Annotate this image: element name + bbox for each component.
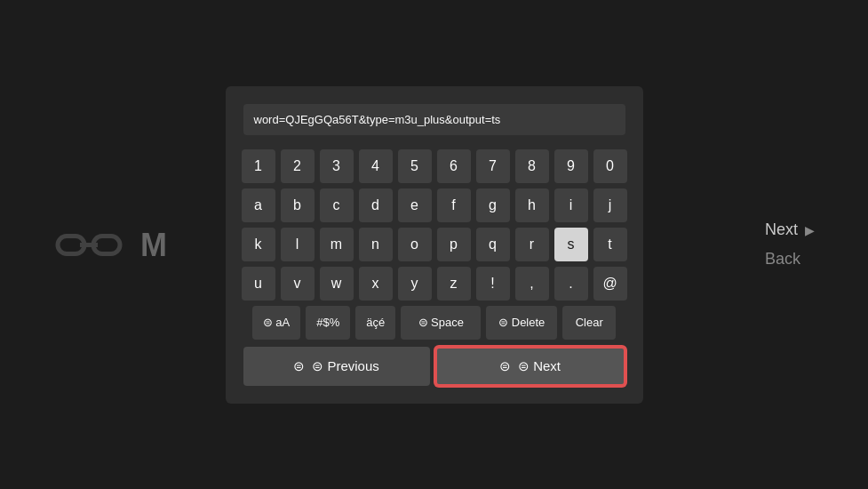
key-s[interactable]: s [554, 228, 588, 261]
key-w[interactable]: w [320, 267, 354, 301]
logo-icon [53, 220, 124, 269]
nav-back[interactable]: Back [765, 250, 800, 269]
key-accents[interactable]: äçé [355, 306, 395, 340]
key-m[interactable]: m [320, 228, 354, 261]
key-h[interactable]: h [515, 188, 549, 222]
key-p[interactable]: p [437, 228, 471, 261]
logo-text: M [140, 226, 169, 263]
logo-area: M [53, 220, 169, 269]
key-d[interactable]: d [359, 188, 393, 222]
keyboard-dialog: word=QJEgGQa56T&type=m3u_plus&output=ts … [226, 86, 643, 404]
alpha-row-3: u v w x y z ! , . @ [243, 267, 625, 301]
key-9[interactable]: 9 [554, 149, 588, 183]
prev-label: ⊜ Previous [312, 358, 379, 374]
key-2[interactable]: 2 [281, 149, 315, 183]
keyboard-grid: 1 2 3 4 5 6 7 8 9 0 a b c d e f g h i j … [243, 149, 625, 340]
prev-icon: ⊜ [293, 358, 305, 374]
alpha-row-2: k l m n o p q r s t [243, 228, 625, 261]
key-4[interactable]: 4 [359, 149, 393, 183]
key-comma[interactable]: , [515, 267, 549, 301]
key-7[interactable]: 7 [476, 149, 510, 183]
url-input[interactable]: word=QJEgGQa56T&type=m3u_plus&output=ts [243, 104, 625, 135]
key-t[interactable]: t [593, 228, 627, 261]
key-clear[interactable]: Clear [562, 306, 616, 340]
key-at[interactable]: @ [593, 267, 627, 301]
key-i[interactable]: i [554, 188, 588, 222]
key-o[interactable]: o [398, 228, 432, 261]
key-exclaim[interactable]: ! [476, 267, 510, 301]
key-j[interactable]: j [593, 188, 627, 222]
nav-next-arrow: ▶ [805, 223, 815, 237]
right-nav: Next ▶ Back [765, 220, 815, 269]
key-case-toggle[interactable]: ⊜ aA [252, 306, 301, 340]
key-space[interactable]: ⊜ Space [401, 306, 481, 340]
key-n[interactable]: n [359, 228, 393, 261]
next-button[interactable]: ⊜ ⊜ Next [435, 347, 625, 386]
alpha-row-1: a b c d e f g h i j [243, 188, 625, 222]
key-y[interactable]: y [398, 267, 432, 301]
key-symbols[interactable]: #$% [306, 306, 350, 340]
nav-back-label: Back [765, 250, 800, 269]
key-k[interactable]: k [242, 228, 275, 261]
key-a[interactable]: a [242, 188, 275, 222]
key-0[interactable]: 0 [593, 149, 627, 183]
key-6[interactable]: 6 [437, 149, 471, 183]
nav-next[interactable]: Next ▶ [765, 220, 815, 239]
bottom-buttons: ⊜ ⊜ Previous ⊜ ⊜ Next [243, 347, 625, 386]
previous-button[interactable]: ⊜ ⊜ Previous [243, 347, 430, 386]
key-x[interactable]: x [359, 267, 393, 301]
special-row: ⊜ aA #$% äçé ⊜ Space ⊜ Delete Clear [243, 306, 625, 340]
key-1[interactable]: 1 [242, 149, 275, 183]
key-g[interactable]: g [476, 188, 510, 222]
key-8[interactable]: 8 [515, 149, 549, 183]
key-q[interactable]: q [476, 228, 510, 261]
next-icon: ⊜ [499, 358, 511, 374]
key-z[interactable]: z [437, 267, 471, 301]
key-u[interactable]: u [242, 267, 275, 301]
nav-next-label: Next [765, 220, 798, 239]
key-l[interactable]: l [281, 228, 315, 261]
key-3[interactable]: 3 [320, 149, 354, 183]
key-5[interactable]: 5 [398, 149, 432, 183]
key-b[interactable]: b [281, 188, 315, 222]
key-v[interactable]: v [281, 267, 315, 301]
key-f[interactable]: f [437, 188, 471, 222]
number-row: 1 2 3 4 5 6 7 8 9 0 [243, 149, 625, 183]
key-c[interactable]: c [320, 188, 354, 222]
key-delete[interactable]: ⊜ Delete [486, 306, 557, 340]
key-e[interactable]: e [398, 188, 432, 222]
key-period[interactable]: . [554, 267, 588, 301]
next-label: ⊜ Next [518, 358, 561, 374]
key-r[interactable]: r [515, 228, 549, 261]
